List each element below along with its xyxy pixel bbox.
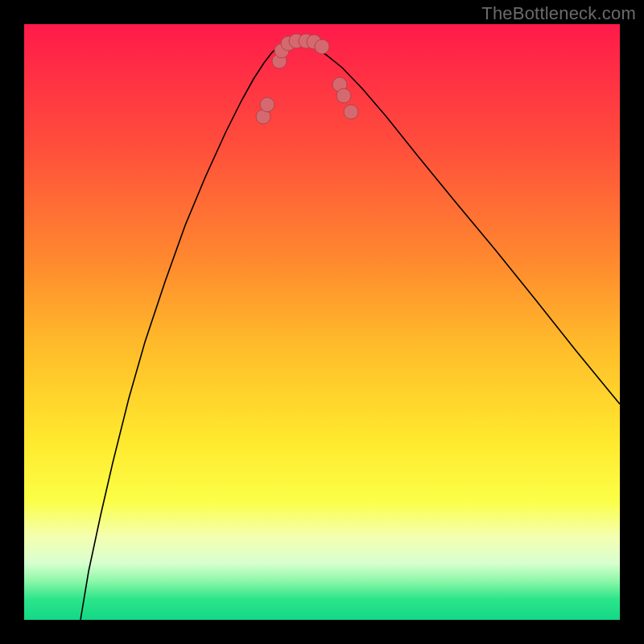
plot-area [24,24,620,620]
marker-point [315,39,329,54]
marker-point [336,89,351,103]
gradient-bg [24,24,620,620]
outer-frame: TheBottleneck.com [0,0,644,644]
marker-point [260,97,275,112]
watermark-text: TheBottleneck.com [481,3,636,24]
chart-svg [24,24,620,620]
marker-point [344,105,358,119]
